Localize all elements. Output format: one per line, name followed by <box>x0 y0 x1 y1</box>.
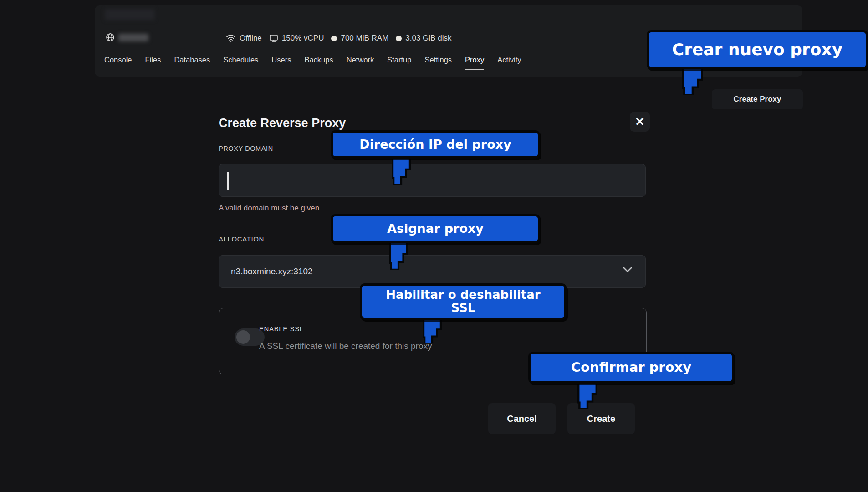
cancel-button[interactable]: Cancel <box>488 403 556 434</box>
connection-status: Offline <box>226 34 262 43</box>
tab-schedules[interactable]: Schedules <box>223 56 258 70</box>
breadcrumb-redacted <box>105 9 155 20</box>
tab-settings[interactable]: Settings <box>424 56 452 70</box>
annotation-create-proxy: Crear nuevo proxy <box>647 30 868 69</box>
tab-users[interactable]: Users <box>271 56 291 70</box>
ram-status: 700 MiB RAM <box>331 34 388 43</box>
annotation-confirm-pointer <box>577 381 597 409</box>
tab-network[interactable]: Network <box>347 56 374 70</box>
ssl-description: A SSL certificate will be created for th… <box>259 341 432 351</box>
ram-label: 700 MiB RAM <box>341 34 388 43</box>
annotation-create-proxy-pointer <box>682 67 703 95</box>
allocation-label: ALLOCATION <box>219 235 264 243</box>
tab-files[interactable]: Files <box>145 56 161 70</box>
disk-dot-icon <box>396 36 402 41</box>
tab-backups[interactable]: Backups <box>304 56 333 70</box>
chevron-down-icon <box>623 266 633 273</box>
tab-activity[interactable]: Activity <box>497 56 521 70</box>
proxy-domain-label: PROXY DOMAIN <box>219 145 273 152</box>
disk-status: 3.03 GiB disk <box>396 34 451 43</box>
allocation-selected-value: n3.boxmine.xyz:3102 <box>231 256 313 287</box>
annotation-proxy-domain-pointer <box>392 156 411 185</box>
tab-proxy[interactable]: Proxy <box>465 56 484 70</box>
wifi-icon <box>226 34 236 42</box>
screen: Offline 150% vCPU 700 MiB RAM 3.03 GiB d… <box>0 0 868 492</box>
annotation-allocation-pointer <box>389 241 408 270</box>
proxy-domain-input[interactable] <box>219 164 646 197</box>
monitor-icon <box>269 34 278 43</box>
annotation-ssl-pointer <box>423 317 442 343</box>
annotation-confirm: Confirmar proxy <box>528 352 734 384</box>
tab-databases[interactable]: Databases <box>174 56 210 70</box>
annotation-ssl: Habilitar o deshabilitar SSL <box>360 283 567 320</box>
server-status-row: Offline 150% vCPU 700 MiB RAM 3.03 GiB d… <box>226 34 451 43</box>
cpu-status: 150% vCPU <box>269 34 324 43</box>
tab-startup[interactable]: Startup <box>387 56 411 70</box>
create-proxy-button[interactable]: Create Proxy <box>712 89 803 109</box>
annotation-allocation: Asignar proxy <box>331 214 540 243</box>
server-identity <box>106 33 148 42</box>
globe-icon <box>106 33 115 42</box>
server-name-redacted <box>118 34 148 41</box>
ssl-toggle-knob <box>236 330 250 344</box>
connection-label: Offline <box>240 34 262 43</box>
close-icon[interactable]: ✕ <box>630 112 650 132</box>
cpu-label: 150% vCPU <box>282 34 324 43</box>
annotation-proxy-domain: Dirección IP del proxy <box>331 130 540 159</box>
disk-label: 3.03 GiB disk <box>405 34 451 43</box>
tab-console[interactable]: Console <box>104 56 132 70</box>
ram-dot-icon <box>331 36 337 41</box>
server-nav: Console Files Databases Schedules Users … <box>104 56 521 70</box>
validation-message: A valid domain must be given. <box>219 204 322 213</box>
modal-title: Create Reverse Proxy <box>219 116 346 130</box>
enable-ssl-label: ENABLE SSL <box>259 325 304 333</box>
text-cursor <box>227 172 229 190</box>
